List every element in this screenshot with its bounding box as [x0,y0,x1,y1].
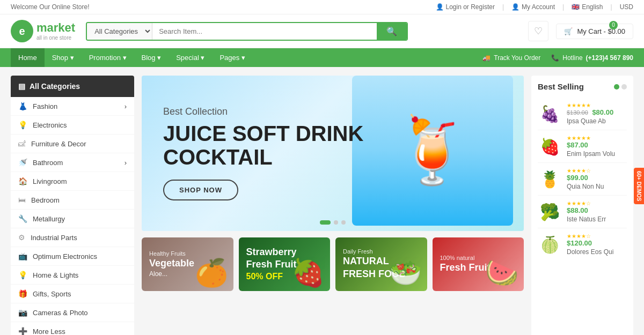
bedroom-icon: 🛏 [18,196,26,204]
product-price-1: $80.00 [592,108,613,116]
nav-blog[interactable]: Blog ▾ [134,48,169,67]
phone-icon: 📞 [551,54,559,62]
product-name-4: Iste Natus Err [567,215,627,223]
promo-card-fruit[interactable]: 100% natural Fresh Fruit 🍉 [433,237,524,291]
bs-dot-inactive[interactable] [621,84,627,90]
track-order[interactable]: 🚚 Track You Order [482,54,540,62]
nav-special[interactable]: Special ▾ [169,48,212,67]
sidebar-item-industrial[interactable]: ⚙Industrial Parts [11,228,134,247]
sidebar-item-livingroom[interactable]: 🏠Livingroom [11,172,134,191]
nav-home[interactable]: Home [11,48,45,67]
natural-emoji: 🥗 [389,257,422,288]
category-select[interactable]: All Categories [87,23,152,40]
product-stars-2: ★★★★★ [567,135,627,141]
fashion-icon: 👗 [18,102,27,110]
product-img-5: 🍈 [538,233,561,256]
product-name-3: Quia Non Nu [567,183,627,190]
product-img-2: 🍓 [538,135,561,158]
nav-shop[interactable]: Shop ▾ [45,48,82,67]
product-stars-4: ★★★★☆ [567,200,627,206]
livingroom-icon: 🏠 [18,177,27,185]
product-price-3: $99.00 [567,174,588,182]
truck-icon: 🚚 [482,54,491,62]
promo-cards: Healthy Fruits Vegetable Aloe... 🍊 Straw… [142,237,524,291]
product-item-4[interactable]: 🥦 ★★★★☆ $88.00 Iste Natus Err [538,196,627,228]
wishlist-button[interactable]: ♡ [528,21,548,41]
flag-icon: 🇬🇧 [572,3,580,11]
nav-promotion[interactable]: Promotion ▾ [82,48,134,67]
my-account-link[interactable]: 👤 My Account [511,3,555,11]
cart-button[interactable]: 0 🛒 My Cart - $0.00 [556,24,633,39]
main-content: ▤ All Categories 👗Fashion › 💡Electronics… [0,67,644,335]
sidebar-item-fashion[interactable]: 👗Fashion › [11,97,134,116]
sidebar-item-bedroom[interactable]: 🛏Bedroom [11,191,134,210]
best-selling-nav [614,84,627,90]
language-selector[interactable]: 🇬🇧 English [572,3,603,11]
product-name-1: Ipsa Quae Ab [567,117,627,125]
demo-badge[interactable]: 60+ DEMOS [634,168,644,204]
hotline: 📞 Hotline (+123)4 567 890 [551,54,633,62]
product-item-3[interactable]: 🍍 ★★★★☆ $99.00 Quia Non Nu [538,163,627,196]
drink-image: 🍹 [352,76,513,226]
product-stars-3: ★★★★☆ [567,168,627,174]
dot-1[interactable] [320,220,331,225]
cart-icon: 🛒 [564,27,573,35]
product-price-2: $87.00 [567,141,588,149]
metallurgy-icon: 🔧 [18,214,27,223]
bs-dot-active[interactable] [614,84,619,90]
promo-card-vegetable[interactable]: Healthy Fruits Vegetable Aloe... 🍊 [142,237,233,291]
arrow-right-icon-2: › [125,159,127,167]
product-price-4: $88.00 [567,206,588,214]
sidebar-item-metallurgy[interactable]: 🔧Metallurgy [11,210,134,228]
dot-2[interactable] [334,220,338,225]
nav-right-actions: 🚚 Track You Order 📞 Hotline (+123)4 567 … [482,54,633,62]
heart-icon: ♡ [534,25,543,37]
juice-glass-illustration: 🍹 [352,76,524,231]
product-item-2[interactable]: 🍓 ★★★★★ $87.00 Enim Ipsam Volu [538,130,627,163]
sidebar-item-furniture[interactable]: 🛋Furniture & Decor [11,135,134,153]
logo[interactable]: e market all in one store [11,20,75,42]
nav-pages[interactable]: Pages ▾ [212,48,252,67]
banner-dots [320,216,346,225]
product-item-5[interactable]: 🍈 ★★★★☆ $120.00 Dolores Eos Qui [538,228,627,260]
promo-card-natural[interactable]: Daily Fresh NATURAL FRESH FOOD 🥗 [335,237,427,291]
strawberry-emoji: 🍓 [291,257,325,288]
hero-cta-button[interactable]: SHOP NOW [163,180,238,200]
furniture-icon: 🛋 [18,139,26,148]
logo-icon: e [11,20,33,42]
hero-subtitle: Best Collection [163,106,363,117]
sidebar-item-optimum[interactable]: 📺Optimum Electronics [11,247,134,266]
currency-selector[interactable]: USD [620,3,633,11]
promo-card-strawberry[interactable]: Strawberry Fresh Fruit 50% OFF 🍓 [239,237,331,291]
arrow-right-icon: › [125,102,127,110]
search-input[interactable] [152,23,377,40]
person-icon: 👤 [436,3,444,11]
welcome-text: Welcome Our Online Store! [11,3,90,11]
cart-label: My Cart - $0.00 [577,27,625,35]
search-button[interactable]: 🔍 [377,23,407,40]
hero-banner: Best Collection JUICE SOFT DRINK COCKTAI… [142,76,524,231]
grid-icon: ▤ [18,82,25,91]
sidebar-item-home-lights[interactable]: 💡Home & Lights [11,266,134,285]
header-actions: ♡ 0 🛒 My Cart - $0.00 [528,21,633,41]
sidebar-item-more[interactable]: ➕More Less [11,322,134,335]
login-link[interactable]: 👤 Login or Register [436,3,495,11]
optimum-icon: 📺 [18,252,27,260]
fruit-emoji: 🍉 [485,257,518,288]
product-img-1: 🍇 [538,102,561,125]
search-icon: 🔍 [386,27,397,36]
dot-3[interactable] [341,220,346,225]
search-bar: All Categories 🔍 [86,22,408,41]
sidebar-item-bathroom[interactable]: 🚿Bathroom › [11,153,134,172]
home-lights-icon: 💡 [18,271,27,279]
gifts-icon: 🎁 [18,289,27,298]
sidebar-header: ▤ All Categories [11,76,134,97]
sidebar-item-electronics[interactable]: 💡Electronics [11,116,134,135]
sidebar-item-gifts[interactable]: 🎁Gifts, Sports [11,285,134,303]
sidebar-item-cameras[interactable]: 📷Cameras & Photo [11,303,134,322]
vegetable-emoji: 🍊 [195,257,228,288]
product-price-5: $120.00 [567,239,592,247]
product-item-1[interactable]: 🍇 ★★★★★ $130.00 $80.00 Ipsa Quae Ab [538,98,627,130]
cameras-icon: 📷 [18,308,27,317]
best-selling-title: Best Selling [538,82,584,91]
